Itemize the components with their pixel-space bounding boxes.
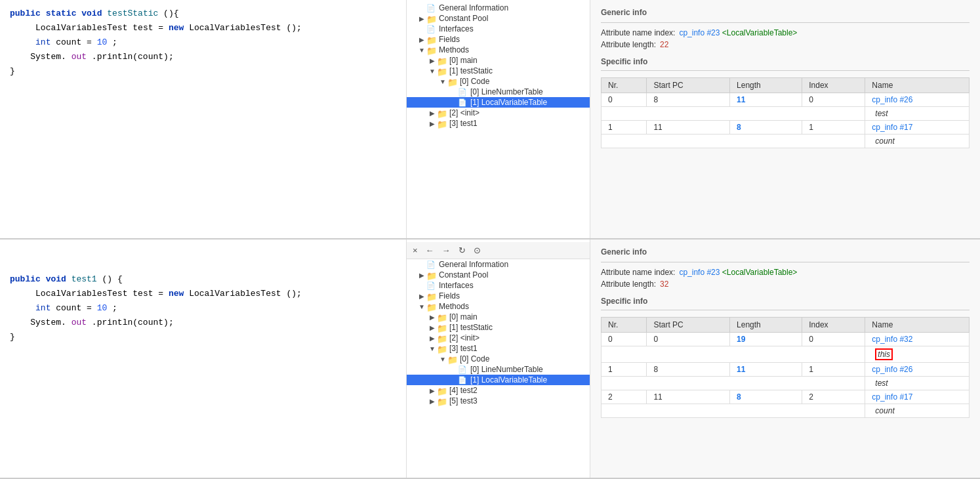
tree-toolbar: × ← → ↻ ⊙ xyxy=(407,242,590,259)
cell-name-text: count xyxy=(865,135,970,148)
code-line: LocalVariablesTest test = new LocalVaria… xyxy=(10,21,396,35)
attr-name-tag: <LocalVariableTable> xyxy=(722,28,798,37)
col-length: Length xyxy=(730,78,802,93)
generic-info-title: Generic info xyxy=(601,8,970,17)
tree-item-methods-2[interactable]: ▼ 📁 Methods xyxy=(407,301,590,312)
tree-item-init-1[interactable]: ▶ 📁 [2] <init> xyxy=(407,108,590,118)
class-name: LocalVariablesTest xyxy=(189,23,281,33)
tree-item-test2-2[interactable]: ▶ 📁 [4] test2 xyxy=(407,385,590,396)
arrow: ▶ xyxy=(417,293,426,300)
cell-startpc: 8 xyxy=(647,363,730,377)
code-line: System. out .println(count); xyxy=(10,50,396,64)
cell-name-link[interactable]: cp_info #17 xyxy=(865,390,970,404)
tree-label: General Information xyxy=(439,3,508,12)
tree-label: [1] testStatic xyxy=(449,323,493,332)
attr-name-row: Attribute name index: cp_info #23 <Local… xyxy=(601,28,970,37)
col-index: Index xyxy=(802,78,865,93)
type-int: int xyxy=(35,37,51,47)
file-icon: 📄 xyxy=(458,88,468,96)
code-line: public void test1 () { xyxy=(10,272,396,287)
keyword-static: static xyxy=(46,9,77,18)
arrow: ▶ xyxy=(428,398,437,405)
tree-label: Constant Pool xyxy=(439,14,488,23)
code-text: (); xyxy=(286,289,301,299)
code-text: (); xyxy=(286,23,301,33)
tree-item-main-1[interactable]: ▶ 📁 [0] main xyxy=(407,55,590,66)
code-panel-1: public static void testStatic (){ LocalV… xyxy=(0,0,407,238)
code-text: .println(count); xyxy=(92,52,174,62)
cell-startpc: 11 xyxy=(647,121,730,135)
tree-item-methods-1[interactable]: ▼ 📁 Methods xyxy=(407,45,590,55)
tree-item-gen-info-2[interactable]: 📄 General Information xyxy=(407,259,590,270)
tree-item-code-2[interactable]: ▼ 📁 [0] Code xyxy=(407,354,590,364)
tree-item-init-2[interactable]: ▶ 📁 [2] <init> xyxy=(407,333,590,343)
tree-item-localvar-1[interactable]: 📄 [1] LocalVariableTable xyxy=(407,97,590,108)
settings-button[interactable]: ⊙ xyxy=(472,245,483,256)
col-nr: Nr. xyxy=(602,78,647,93)
tree-item-testStatic-1[interactable]: ▼ 📁 [1] testStatic xyxy=(407,66,590,76)
tree-item-testStatic-2[interactable]: ▶ 📁 [1] testStatic xyxy=(407,322,590,333)
cell-index: 1 xyxy=(802,363,865,377)
cell-name-link[interactable]: cp_info #32 xyxy=(865,333,970,346)
code-text: } xyxy=(10,66,15,76)
cell-name-link[interactable]: cp_info #26 xyxy=(865,93,970,107)
cell-index: 0 xyxy=(802,333,865,346)
arrow: ▼ xyxy=(438,356,447,363)
arrow: ▼ xyxy=(428,68,437,75)
tree-item-interfaces-2[interactable]: 📄 Interfaces xyxy=(407,280,590,291)
tree-label: [4] test2 xyxy=(449,386,478,395)
cell-name-text: count xyxy=(865,404,970,418)
tree-item-main-2[interactable]: ▶ 📁 [0] main xyxy=(407,312,590,322)
tree-label: [0] main xyxy=(449,56,478,65)
keyword-new: new xyxy=(169,289,184,299)
cell-length: 8 xyxy=(730,390,802,404)
cell-length: 8 xyxy=(730,121,802,135)
cell-name-link[interactable]: cp_info #26 xyxy=(865,363,970,377)
cell-startpc: 11 xyxy=(647,390,730,404)
tree-item-localvar-2[interactable]: 📄 [1] LocalVariableTable xyxy=(407,375,590,385)
tree-label: Methods xyxy=(439,45,469,54)
cell-nr: 0 xyxy=(602,93,647,107)
tree-label: [0] Code xyxy=(460,77,489,86)
tree-item-test3-2[interactable]: ▶ 📁 [5] test3 xyxy=(407,396,590,406)
code-line: System. out .println(count); xyxy=(10,316,396,330)
folder-blue-icon: 📁 xyxy=(447,355,458,364)
tree-item-linenum-1[interactable]: 📄 [0] LineNumberTable xyxy=(407,87,590,97)
file-icon: 📄 xyxy=(426,25,437,33)
folder-icon: 📁 xyxy=(437,386,447,395)
tree-label: [0] main xyxy=(449,312,478,322)
tree-item-fields-2[interactable]: ▶ 📁 Fields xyxy=(407,291,590,301)
tree-label: [2] <init> xyxy=(449,333,480,343)
cell-empty xyxy=(602,107,865,121)
keyword-void: void xyxy=(46,274,66,284)
tree-item-fields-1[interactable]: ▶ 📁 Fields xyxy=(407,34,590,45)
table-row: 1 8 11 1 cp_info #26 xyxy=(602,363,970,377)
info-panel-1: Generic info Attribute name index: cp_in… xyxy=(590,0,980,238)
cell-empty xyxy=(602,346,865,363)
keyword-public: public xyxy=(10,274,41,284)
tree-item-interfaces-1[interactable]: 📄 Interfaces xyxy=(407,24,590,34)
tree-item-const-pool-1[interactable]: ▶ 📁 Constant Pool xyxy=(407,13,590,24)
tree-item-gen-info-1[interactable]: 📄 General Information xyxy=(407,3,590,13)
attr-name-value-2[interactable]: cp_info #23 xyxy=(679,268,720,277)
refresh-button[interactable]: ↻ xyxy=(457,245,468,256)
table-row: 0 0 19 0 cp_info #32 xyxy=(602,333,970,346)
tree-label: Fields xyxy=(439,291,460,301)
tree-item-test1-1[interactable]: ▶ 📁 [3] test1 xyxy=(407,118,590,129)
back-button[interactable]: ← xyxy=(424,245,436,256)
specific-info-title: Specific info xyxy=(601,57,970,66)
tree-label: [0] LineNumberTable xyxy=(470,365,543,374)
attr-name-label: Attribute name index: xyxy=(601,28,675,37)
number-val: 10 xyxy=(97,303,108,313)
attr-name-value[interactable]: cp_info #23 xyxy=(679,28,720,37)
cell-name-link[interactable]: cp_info #17 xyxy=(865,121,970,135)
tree-item-code-1[interactable]: ▼ 📁 [0] Code xyxy=(407,76,590,87)
forward-button[interactable]: → xyxy=(440,245,453,256)
tree-item-const-pool-2[interactable]: ▶ 📁 Constant Pool xyxy=(407,270,590,280)
tree-item-test1-2[interactable]: ▼ 📁 [3] test1 xyxy=(407,343,590,354)
tree-item-linenum-2[interactable]: 📄 [0] LineNumberTable xyxy=(407,364,590,375)
file-icon: 📄 xyxy=(426,281,437,290)
arrow: ▶ xyxy=(428,314,437,321)
close-button[interactable]: × xyxy=(411,245,420,256)
col-startpc: Start PC xyxy=(647,318,730,333)
